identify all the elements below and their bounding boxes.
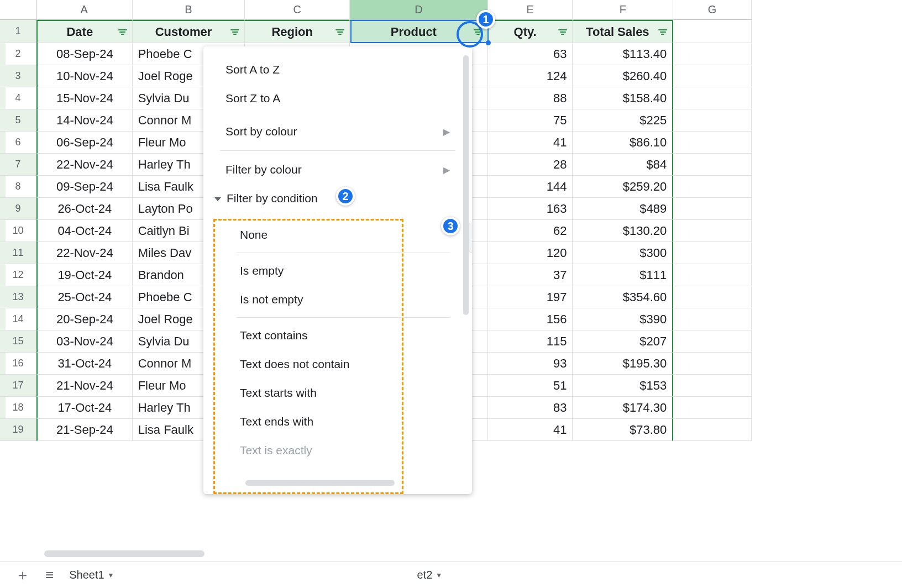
row-header[interactable]: 12 bbox=[0, 264, 36, 286]
cell-qty[interactable]: 197 bbox=[488, 286, 573, 308]
sheet-tab-sheet1[interactable]: Sheet1 ▼ bbox=[69, 569, 114, 581]
col-header-C[interactable]: C bbox=[245, 0, 350, 20]
cell-total[interactable]: $130.20 bbox=[573, 220, 673, 242]
menu-sort-az[interactable]: Sort A to Z bbox=[203, 55, 472, 84]
cell-qty[interactable]: 120 bbox=[488, 242, 573, 264]
header-date[interactable]: Date bbox=[36, 20, 133, 43]
filter-icon[interactable] bbox=[118, 29, 128, 35]
row-header[interactable]: 5 bbox=[0, 109, 36, 132]
cell-empty[interactable] bbox=[673, 43, 752, 65]
cell-total[interactable]: $354.60 bbox=[573, 286, 673, 308]
cell-date[interactable]: 21-Sep-24 bbox=[36, 419, 133, 441]
horizontal-scrollbar[interactable] bbox=[44, 550, 204, 557]
cell-date[interactable]: 09-Sep-24 bbox=[36, 176, 133, 198]
row-header[interactable]: 6 bbox=[0, 132, 36, 154]
filter-icon[interactable] bbox=[335, 29, 345, 35]
cell-date[interactable]: 22-Nov-24 bbox=[36, 242, 133, 264]
cond-text-exact[interactable]: Text is exactly bbox=[230, 436, 457, 465]
cell-total[interactable]: $225 bbox=[573, 109, 673, 132]
cell-empty[interactable] bbox=[673, 308, 752, 330]
row-header[interactable]: 8 bbox=[0, 176, 36, 198]
condition-select-stepper[interactable] bbox=[469, 223, 472, 253]
cell-qty[interactable]: 83 bbox=[488, 397, 573, 419]
cell-empty[interactable] bbox=[673, 220, 752, 242]
cell-date[interactable]: 19-Oct-24 bbox=[36, 264, 133, 286]
header-region[interactable]: Region bbox=[245, 20, 350, 43]
cell-qty[interactable]: 75 bbox=[488, 109, 573, 132]
row-header[interactable]: 4 bbox=[0, 87, 36, 109]
row-header[interactable]: 9 bbox=[0, 198, 36, 220]
cell-qty[interactable]: 163 bbox=[488, 198, 573, 220]
cell-total[interactable]: $207 bbox=[573, 330, 673, 353]
condition-hscroll[interactable] bbox=[245, 480, 395, 486]
cell-total[interactable]: $195.30 bbox=[573, 353, 673, 375]
cell-total[interactable]: $489 bbox=[573, 198, 673, 220]
header-qty[interactable]: Qty. bbox=[488, 20, 573, 43]
cell-date[interactable]: 08-Sep-24 bbox=[36, 43, 133, 65]
cond-none[interactable]: None bbox=[230, 221, 457, 249]
cell-date[interactable]: 15-Nov-24 bbox=[36, 87, 133, 109]
sheet-tab-sheet2[interactable]: et2 ▼ bbox=[417, 569, 442, 581]
cell-empty[interactable] bbox=[673, 353, 752, 375]
cell-total[interactable]: $111 bbox=[573, 264, 673, 286]
row-header[interactable]: 13 bbox=[0, 286, 36, 308]
row-header[interactable]: 18 bbox=[0, 397, 36, 419]
cell-qty[interactable]: 51 bbox=[488, 375, 573, 397]
row-header[interactable]: 3 bbox=[0, 65, 36, 87]
row-header[interactable]: 14 bbox=[0, 308, 36, 330]
cond-text-starts[interactable]: Text starts with bbox=[230, 379, 457, 407]
cell-empty[interactable] bbox=[673, 176, 752, 198]
add-sheet-button[interactable]: ＋ bbox=[15, 565, 30, 585]
cell-date[interactable]: 31-Oct-24 bbox=[36, 353, 133, 375]
cell-date[interactable]: 17-Oct-24 bbox=[36, 397, 133, 419]
selection-handle[interactable] bbox=[486, 40, 491, 45]
col-header-F[interactable]: F bbox=[573, 0, 673, 20]
cond-is-not-empty[interactable]: Is not empty bbox=[230, 285, 457, 314]
cell-date[interactable]: 26-Oct-24 bbox=[36, 198, 133, 220]
cell-total[interactable]: $260.40 bbox=[573, 65, 673, 87]
cell-empty[interactable] bbox=[673, 286, 752, 308]
cell-empty[interactable] bbox=[673, 109, 752, 132]
col-header-D[interactable]: D bbox=[350, 0, 488, 20]
all-sheets-menu-button[interactable]: ≡ bbox=[45, 566, 54, 584]
cell-date[interactable]: 25-Oct-24 bbox=[36, 286, 133, 308]
cell-total[interactable]: $259.20 bbox=[573, 176, 673, 198]
cell-empty[interactable] bbox=[673, 242, 752, 264]
cell-qty[interactable]: 88 bbox=[488, 87, 573, 109]
cell-empty[interactable] bbox=[673, 65, 752, 87]
header-total[interactable]: Total Sales bbox=[573, 20, 673, 43]
cell-empty[interactable] bbox=[673, 198, 752, 220]
cell-qty[interactable]: 63 bbox=[488, 43, 573, 65]
menu-filter-by-colour[interactable]: Filter by colour ▶ bbox=[203, 155, 472, 184]
cell-date[interactable]: 06-Sep-24 bbox=[36, 132, 133, 154]
cell-total[interactable]: $73.80 bbox=[573, 419, 673, 441]
cell-total[interactable]: $174.30 bbox=[573, 397, 673, 419]
cell-empty[interactable] bbox=[673, 419, 752, 441]
cell-total[interactable]: $153 bbox=[573, 375, 673, 397]
select-all-corner[interactable] bbox=[0, 0, 36, 20]
cell-date[interactable]: 04-Oct-24 bbox=[36, 220, 133, 242]
col-header-E[interactable]: E bbox=[488, 0, 573, 20]
cell-empty[interactable] bbox=[673, 330, 752, 353]
cell-date[interactable]: 22-Nov-24 bbox=[36, 154, 133, 176]
panel-scrollbar[interactable] bbox=[463, 55, 469, 315]
filter-icon[interactable] bbox=[558, 29, 568, 35]
header-customer[interactable]: Customer bbox=[133, 20, 245, 43]
cell-G1[interactable] bbox=[673, 20, 752, 43]
cond-text-contains[interactable]: Text contains bbox=[230, 321, 457, 350]
cell-empty[interactable] bbox=[673, 87, 752, 109]
cell-qty[interactable]: 28 bbox=[488, 154, 573, 176]
cell-date[interactable]: 14-Nov-24 bbox=[36, 109, 133, 132]
cell-total[interactable]: $113.40 bbox=[573, 43, 673, 65]
row-header-1[interactable]: 1 bbox=[0, 20, 36, 43]
cell-date[interactable]: 03-Nov-24 bbox=[36, 330, 133, 353]
row-header[interactable]: 2 bbox=[0, 43, 36, 65]
cond-text-ends[interactable]: Text ends with bbox=[230, 407, 457, 436]
cell-qty[interactable]: 156 bbox=[488, 308, 573, 330]
cell-qty[interactable]: 124 bbox=[488, 65, 573, 87]
menu-sort-by-colour[interactable]: Sort by colour ▶ bbox=[203, 117, 472, 146]
cell-total[interactable]: $84 bbox=[573, 154, 673, 176]
col-header-G[interactable]: G bbox=[673, 0, 752, 20]
row-header[interactable]: 19 bbox=[0, 419, 36, 441]
row-header[interactable]: 15 bbox=[0, 330, 36, 353]
